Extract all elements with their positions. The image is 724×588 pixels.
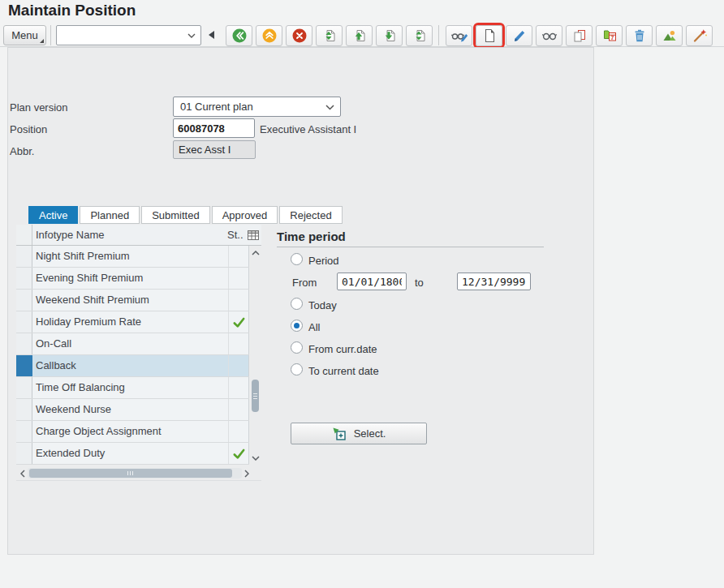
- tab-rejected[interactable]: Rejected: [279, 206, 342, 224]
- row-selector[interactable]: [16, 377, 32, 398]
- delete-button[interactable]: [626, 25, 653, 46]
- row-selector[interactable]: [16, 421, 32, 442]
- table-row[interactable]: Extended Duty: [16, 443, 249, 465]
- table-row[interactable]: Night Shift Premium: [16, 246, 249, 268]
- radio-from-curr-date[interactable]: [291, 341, 303, 354]
- plan-version-label: Plan version: [10, 101, 68, 114]
- vertical-scrollbar-thumb[interactable]: [252, 380, 259, 412]
- table-row[interactable]: Charge Object Assignment: [16, 421, 249, 443]
- scroll-down-icon[interactable]: [250, 453, 261, 463]
- change-button[interactable]: [506, 25, 532, 46]
- radio-all[interactable]: [291, 320, 303, 332]
- horizontal-scrollbar-track[interactable]: [28, 468, 242, 479]
- row-selector[interactable]: [16, 443, 32, 464]
- radio-today[interactable]: [291, 298, 303, 310]
- table-row[interactable]: Time Off Balancing: [16, 377, 249, 399]
- toolbar-separator: [50, 25, 51, 45]
- tab-submitted[interactable]: Submitted: [141, 206, 210, 224]
- table-header-row: Infotype Name St..: [16, 225, 261, 246]
- status-cell: [228, 399, 249, 420]
- display-change-button[interactable]: [446, 25, 472, 46]
- exit-button[interactable]: [256, 25, 282, 46]
- command-field[interactable]: [56, 25, 201, 45]
- radio-period[interactable]: [291, 253, 303, 265]
- radio-to-current-date-label: To current date: [308, 365, 379, 377]
- select-icon: [332, 427, 347, 441]
- tab-approved[interactable]: Approved: [212, 206, 278, 224]
- page-down-button[interactable]: [376, 25, 403, 46]
- vertical-scrollbar[interactable]: [249, 246, 261, 465]
- delimit-button[interactable]: 7: [596, 25, 623, 46]
- first-page-icon: [321, 28, 338, 44]
- to-date-input[interactable]: [457, 273, 531, 290]
- table-row[interactable]: Weekend Shift Premium: [16, 290, 249, 311]
- back-button[interactable]: [226, 25, 252, 46]
- status-cell: [228, 290, 249, 311]
- table-settings-icon[interactable]: [247, 225, 261, 245]
- abbr-label: Abbr.: [10, 145, 34, 157]
- green-check-icon: [232, 315, 246, 329]
- display-change-icon: [450, 28, 468, 44]
- horizontal-scrollbar-thumb[interactable]: [29, 469, 232, 478]
- row-selector[interactable]: [16, 268, 32, 289]
- first-page-button[interactable]: [316, 25, 343, 46]
- create-icon: [481, 28, 498, 44]
- row-selector[interactable]: [16, 333, 32, 354]
- infotype-table: Infotype Name St.. Night Shift Premium: [16, 225, 261, 465]
- page-up-button[interactable]: [346, 25, 373, 46]
- plan-version-value: 01 Current plan: [180, 101, 253, 113]
- select-button-label: Select.: [354, 427, 386, 440]
- status-cell: [228, 421, 249, 442]
- row-selector[interactable]: [16, 246, 32, 267]
- last-page-button[interactable]: [406, 25, 433, 46]
- table-row[interactable]: Holiday Premium Rate: [16, 311, 249, 333]
- scroll-right-icon[interactable]: [242, 468, 252, 479]
- command-input[interactable]: [58, 27, 187, 45]
- status-tabstrip: Active Planned Submitted Approved Reject…: [28, 206, 343, 224]
- display-button[interactable]: [536, 25, 562, 46]
- cancel-button[interactable]: [286, 25, 312, 46]
- chevron-down-icon[interactable]: [187, 33, 196, 38]
- row-selector[interactable]: [16, 311, 32, 333]
- toolbar-separator: [438, 25, 439, 45]
- cancel-icon: [291, 28, 308, 44]
- table-row[interactable]: Evening Shift Premium: [16, 268, 249, 290]
- horizontal-scrollbar[interactable]: [18, 467, 252, 479]
- status-cell: [228, 443, 249, 464]
- chevron-down-icon: [325, 105, 334, 110]
- from-date-input[interactable]: [337, 273, 407, 290]
- execute-button[interactable]: [686, 25, 713, 46]
- radio-all-label: All: [308, 321, 320, 333]
- table-row[interactable]: On-Call: [16, 333, 249, 355]
- create-button[interactable]: [476, 25, 502, 46]
- status-cell: [228, 311, 249, 333]
- tab-active[interactable]: Active: [28, 206, 78, 224]
- page-down-icon: [381, 28, 398, 44]
- last-page-icon: [412, 28, 428, 44]
- time-period-title: Time period: [277, 230, 346, 243]
- radio-to-current-date[interactable]: [291, 363, 303, 376]
- table-bottom-border: [16, 480, 261, 481]
- select-button[interactable]: Select.: [291, 423, 427, 444]
- page-title: Maintain Position: [8, 2, 136, 19]
- scroll-left-icon[interactable]: [18, 468, 28, 479]
- menu-button-label: Menu: [11, 29, 38, 41]
- row-selector[interactable]: [16, 290, 32, 311]
- menu-button[interactable]: Menu: [3, 25, 46, 45]
- table-row-selected[interactable]: Callback: [16, 355, 249, 377]
- tab-planned[interactable]: Planned: [80, 206, 140, 224]
- row-selector[interactable]: [16, 399, 32, 420]
- copy-icon: [571, 28, 588, 44]
- row-selector[interactable]: [16, 355, 32, 376]
- status-cell: [228, 246, 249, 267]
- copy-button[interactable]: [566, 25, 593, 46]
- overview-button[interactable]: [656, 25, 683, 46]
- position-input[interactable]: [173, 118, 255, 138]
- back-icon: [231, 28, 248, 44]
- plan-version-select[interactable]: 01 Current plan: [173, 97, 341, 117]
- execute-icon: [692, 28, 708, 44]
- scroll-up-icon[interactable]: [250, 247, 261, 258]
- status-column-header: St..: [227, 225, 247, 245]
- table-row[interactable]: Weekend Nurse: [16, 399, 249, 421]
- collapse-toolbar-icon[interactable]: [209, 31, 214, 39]
